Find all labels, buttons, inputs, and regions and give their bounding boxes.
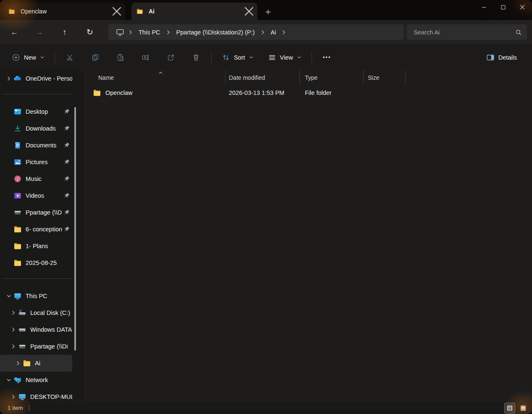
share-button[interactable] xyxy=(162,50,180,66)
sidebar-item-6-conception[interactable]: 6- conception xyxy=(0,221,72,238)
sidebar-item-ai[interactable]: Ai xyxy=(0,355,72,372)
sidebar-item-network[interactable]: Network xyxy=(0,372,72,388)
sidebar-item-local-disk-c[interactable]: Local Disk (C:) xyxy=(0,304,72,321)
details-panel-icon xyxy=(486,53,495,62)
sidebar-separator xyxy=(3,278,73,279)
chevron-right-icon[interactable] xyxy=(9,310,18,315)
column-header-type[interactable]: Type xyxy=(300,70,364,85)
sidebar-scrollbar[interactable] xyxy=(74,107,76,351)
cut-button[interactable] xyxy=(61,50,79,66)
sidebar-item-pictures[interactable]: Pictures xyxy=(0,154,72,170)
share-icon xyxy=(167,53,175,62)
chevron-right-icon[interactable] xyxy=(9,394,18,399)
close-button[interactable] xyxy=(513,0,532,14)
minimize-button[interactable] xyxy=(474,0,493,14)
sidebar-item-ppartage-d[interactable]: Ppartage (\\D xyxy=(0,204,72,221)
plus-circle-icon xyxy=(12,53,20,62)
sidebar-item-label: Network xyxy=(26,377,72,383)
pin-icon xyxy=(64,192,70,199)
forward-button[interactable]: → xyxy=(31,25,48,39)
view-lines-icon xyxy=(268,53,276,62)
sort-button[interactable]: Sort xyxy=(218,50,258,66)
breadcrumb-chevron-icon[interactable] xyxy=(260,30,265,35)
large-icons-view-icon xyxy=(520,405,527,411)
address-bar[interactable]: This PCPpartage (\\Diskstation2) (P:)Ai xyxy=(108,24,404,40)
column-header-date-modified[interactable]: Date modified xyxy=(225,70,300,85)
sidebar-item-this-pc[interactable]: This PC xyxy=(0,288,72,304)
new-tab-button[interactable] xyxy=(262,5,273,16)
copy-button[interactable] xyxy=(86,50,105,66)
delete-button[interactable] xyxy=(187,50,205,66)
sidebar-item-onedrive-perso[interactable]: OneDrive - Perso xyxy=(0,70,72,87)
paste-button[interactable] xyxy=(111,50,130,66)
rename-button[interactable]: A xyxy=(136,50,155,66)
tab-openclaw[interactable]: Openclaw xyxy=(3,3,125,20)
sidebar-item-documents[interactable]: Documents xyxy=(0,137,72,154)
column-header-size[interactable]: Size xyxy=(364,70,406,85)
chevron-down-icon xyxy=(40,55,45,60)
folder-icon xyxy=(13,259,22,267)
large-icons-view-button[interactable] xyxy=(518,403,529,414)
view-button[interactable]: View xyxy=(264,50,306,66)
downloads-icon xyxy=(13,124,22,133)
chevron-down-icon[interactable] xyxy=(4,293,13,299)
sidebar-item-desktop[interactable]: Desktop xyxy=(0,103,72,120)
plus-icon xyxy=(265,8,271,14)
search-box[interactable] xyxy=(407,24,527,40)
new-button[interactable]: New xyxy=(8,50,49,66)
navigation-bar: ← → ↑ ↻ This PCPpartage (\\Diskstation2)… xyxy=(0,20,532,44)
search-icon xyxy=(515,29,522,36)
sidebar-item-videos[interactable]: Videos xyxy=(0,187,72,204)
toolbar-separator xyxy=(55,51,55,64)
chevron-right-icon[interactable] xyxy=(9,327,18,332)
tab-ai[interactable]: Ai xyxy=(131,3,257,20)
pin-icon xyxy=(64,209,70,215)
chevron-down-icon[interactable] xyxy=(4,377,13,383)
refresh-button[interactable]: ↻ xyxy=(81,25,98,39)
more-options-button[interactable]: ••• xyxy=(318,50,336,66)
details-button-label: Details xyxy=(498,54,517,61)
documents-icon xyxy=(13,141,22,149)
breadcrumb-chevron-icon[interactable] xyxy=(128,30,133,35)
file-list-pane: NameDate modifiedTypeSize Openclaw2026-0… xyxy=(83,70,532,401)
breadcrumb-item[interactable]: Ai xyxy=(268,27,279,37)
file-explorer-window: Openclaw Ai ← → ↑ ↻ xyxy=(0,0,532,414)
sidebar-item-music[interactable]: ♪Music xyxy=(0,170,72,187)
breadcrumb-item[interactable]: This PC xyxy=(136,27,163,37)
sidebar-item-downloads[interactable]: Downloads xyxy=(0,120,72,137)
details-view-button[interactable] xyxy=(504,403,515,414)
chevron-right-icon[interactable] xyxy=(9,344,18,349)
details-pane-button[interactable]: Details xyxy=(482,50,521,66)
details-view-icon xyxy=(506,405,513,411)
pin-icon xyxy=(64,159,70,165)
column-header-name[interactable]: Name xyxy=(83,70,225,85)
breadcrumb-item[interactable]: Ppartage (\\Diskstation2) (P:) xyxy=(174,27,257,37)
file-row-openclaw[interactable]: Openclaw2026-03-13 1:53 PMFile folder xyxy=(83,85,532,101)
sidebar-item-ppartage-di[interactable]: Ppartage (\\Di xyxy=(0,338,72,355)
chevron-right-icon[interactable] xyxy=(4,76,13,81)
pin-icon xyxy=(64,108,70,115)
sidebar-item-windows-data[interactable]: Windows DATA xyxy=(0,321,72,338)
navigation-pane: OneDrive - PersoDesktopDownloadsDocument… xyxy=(0,70,83,401)
tab-close-icon[interactable] xyxy=(112,6,122,16)
chevron-right-icon[interactable] xyxy=(13,361,23,366)
breadcrumb-chevron-icon[interactable] xyxy=(166,30,171,35)
tab-close-icon[interactable] xyxy=(244,6,254,16)
main-area: OneDrive - PersoDesktopDownloadsDocument… xyxy=(0,70,532,401)
maximize-icon xyxy=(501,5,506,10)
up-button[interactable]: ↑ xyxy=(56,25,73,39)
sidebar-item-1-plans[interactable]: 1- Plans xyxy=(0,238,72,254)
folder-icon xyxy=(93,89,101,97)
column-header-row: NameDate modifiedTypeSize xyxy=(83,70,532,85)
search-input[interactable] xyxy=(414,29,512,36)
view-toggles xyxy=(504,403,529,414)
pictures-icon xyxy=(13,158,22,166)
sidebar-item-desktop-mul[interactable]: DESKTOP-MUL xyxy=(0,388,72,401)
sidebar-item-2025-08-25[interactable]: 2025-08-25 xyxy=(0,254,72,271)
maximize-button[interactable] xyxy=(493,0,513,14)
breadcrumb-chevron-icon[interactable] xyxy=(281,30,286,35)
network-drive-icon xyxy=(13,208,22,217)
back-button[interactable]: ← xyxy=(6,25,23,39)
new-button-label: New xyxy=(24,54,36,61)
chevron-down-icon xyxy=(249,55,254,60)
